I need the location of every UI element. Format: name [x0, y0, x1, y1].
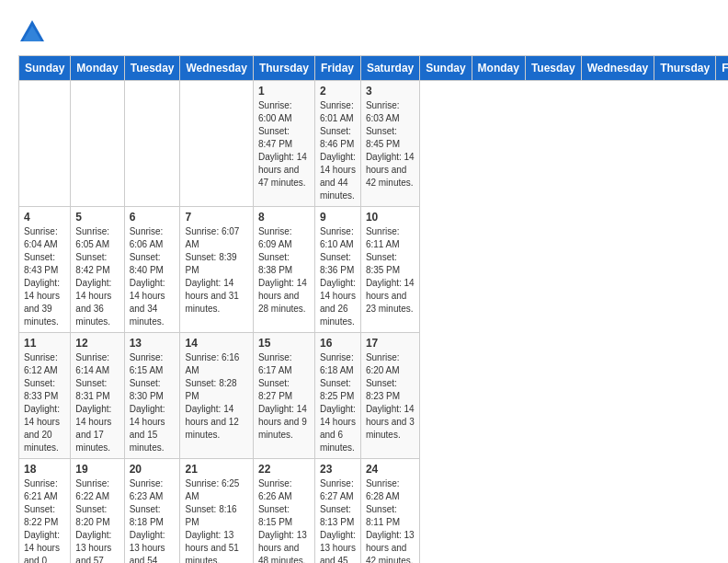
calendar-day-cell — [180, 81, 253, 207]
calendar-day-cell: 16Sunrise: 6:18 AM Sunset: 8:25 PM Dayli… — [314, 333, 360, 459]
day-info: Sunrise: 6:06 AM Sunset: 8:40 PM Dayligh… — [130, 225, 176, 328]
calendar-day-cell: 3Sunrise: 6:03 AM Sunset: 8:45 PM Daylig… — [360, 81, 419, 207]
calendar-day-cell — [19, 81, 71, 207]
calendar-day-cell: 4Sunrise: 6:04 AM Sunset: 8:43 PM Daylig… — [19, 207, 71, 333]
day-number: 12 — [75, 337, 119, 350]
day-of-week-header: Monday — [472, 56, 525, 81]
day-number: 10 — [366, 211, 415, 224]
day-number: 13 — [130, 337, 176, 350]
calendar-day-cell: 24Sunrise: 6:28 AM Sunset: 8:11 PM Dayli… — [360, 459, 419, 564]
day-of-week-header: Saturday — [360, 56, 419, 81]
day-of-week-header: Thursday — [654, 56, 716, 81]
day-info: Sunrise: 6:07 AM Sunset: 8:39 PM Dayligh… — [185, 225, 247, 316]
logo — [18, 18, 50, 46]
day-number: 17 — [366, 337, 415, 350]
calendar-table: SundayMondayTuesdayWednesdayThursdayFrid… — [18, 55, 728, 563]
calendar-day-cell — [124, 81, 180, 207]
day-number: 20 — [130, 463, 176, 476]
calendar-week-row: 4Sunrise: 6:04 AM Sunset: 8:43 PM Daylig… — [19, 207, 729, 333]
day-of-week-header: Friday — [716, 56, 728, 81]
calendar-day-cell: 2Sunrise: 6:01 AM Sunset: 8:46 PM Daylig… — [314, 81, 360, 207]
day-of-week-header: Tuesday — [124, 56, 180, 81]
day-info: Sunrise: 6:22 AM Sunset: 8:20 PM Dayligh… — [75, 477, 119, 563]
day-info: Sunrise: 6:28 AM Sunset: 8:11 PM Dayligh… — [366, 477, 415, 563]
day-number: 2 — [320, 85, 356, 98]
day-info: Sunrise: 6:00 AM Sunset: 8:47 PM Dayligh… — [258, 99, 310, 190]
day-number: 11 — [24, 337, 65, 350]
calendar-day-cell — [71, 81, 124, 207]
day-number: 18 — [24, 463, 65, 476]
day-number: 21 — [185, 463, 247, 476]
day-number: 4 — [24, 211, 65, 224]
day-number: 22 — [258, 463, 310, 476]
day-number: 5 — [75, 211, 119, 224]
day-of-week-header: Friday — [314, 56, 360, 81]
day-info: Sunrise: 6:18 AM Sunset: 8:25 PM Dayligh… — [320, 351, 356, 454]
day-number: 16 — [320, 337, 356, 350]
day-of-week-header: Wednesday — [581, 56, 654, 81]
day-number: 15 — [258, 337, 310, 350]
calendar-day-cell: 23Sunrise: 6:27 AM Sunset: 8:13 PM Dayli… — [314, 459, 360, 564]
calendar-day-cell: 6Sunrise: 6:06 AM Sunset: 8:40 PM Daylig… — [124, 207, 180, 333]
day-info: Sunrise: 6:14 AM Sunset: 8:31 PM Dayligh… — [75, 351, 119, 454]
day-info: Sunrise: 6:25 AM Sunset: 8:16 PM Dayligh… — [185, 477, 247, 563]
day-info: Sunrise: 6:27 AM Sunset: 8:13 PM Dayligh… — [320, 477, 356, 563]
day-number: 19 — [75, 463, 119, 476]
day-number: 3 — [366, 85, 415, 98]
calendar-day-cell: 9Sunrise: 6:10 AM Sunset: 8:36 PM Daylig… — [314, 207, 360, 333]
day-info: Sunrise: 6:21 AM Sunset: 8:22 PM Dayligh… — [24, 477, 65, 563]
day-of-week-header: Sunday — [420, 56, 472, 81]
calendar-week-row: 18Sunrise: 6:21 AM Sunset: 8:22 PM Dayli… — [19, 459, 729, 564]
page-header — [18, 18, 710, 46]
calendar-day-cell: 11Sunrise: 6:12 AM Sunset: 8:33 PM Dayli… — [19, 333, 71, 459]
day-number: 6 — [130, 211, 176, 224]
day-number: 8 — [258, 211, 310, 224]
logo-icon — [18, 18, 46, 46]
day-number: 14 — [185, 337, 247, 350]
calendar-day-cell: 19Sunrise: 6:22 AM Sunset: 8:20 PM Dayli… — [71, 459, 124, 564]
day-info: Sunrise: 6:09 AM Sunset: 8:38 PM Dayligh… — [258, 225, 310, 316]
day-number: 23 — [320, 463, 356, 476]
calendar-header-row: SundayMondayTuesdayWednesdayThursdayFrid… — [19, 56, 729, 81]
calendar-week-row: 11Sunrise: 6:12 AM Sunset: 8:33 PM Dayli… — [19, 333, 729, 459]
calendar-day-cell: 15Sunrise: 6:17 AM Sunset: 8:27 PM Dayli… — [253, 333, 314, 459]
day-info: Sunrise: 6:12 AM Sunset: 8:33 PM Dayligh… — [24, 351, 65, 454]
day-info: Sunrise: 6:10 AM Sunset: 8:36 PM Dayligh… — [320, 225, 356, 328]
day-info: Sunrise: 6:04 AM Sunset: 8:43 PM Dayligh… — [24, 225, 65, 328]
day-info: Sunrise: 6:11 AM Sunset: 8:35 PM Dayligh… — [366, 225, 415, 316]
calendar-day-cell: 20Sunrise: 6:23 AM Sunset: 8:18 PM Dayli… — [124, 459, 180, 564]
day-of-week-header: Wednesday — [180, 56, 253, 81]
day-of-week-header: Sunday — [19, 56, 71, 81]
day-number: 7 — [185, 211, 247, 224]
calendar-day-cell: 12Sunrise: 6:14 AM Sunset: 8:31 PM Dayli… — [71, 333, 124, 459]
day-info: Sunrise: 6:17 AM Sunset: 8:27 PM Dayligh… — [258, 351, 310, 442]
day-of-week-header: Monday — [71, 56, 124, 81]
day-info: Sunrise: 6:15 AM Sunset: 8:30 PM Dayligh… — [130, 351, 176, 454]
day-info: Sunrise: 6:05 AM Sunset: 8:42 PM Dayligh… — [75, 225, 119, 328]
calendar-day-cell: 5Sunrise: 6:05 AM Sunset: 8:42 PM Daylig… — [71, 207, 124, 333]
day-info: Sunrise: 6:03 AM Sunset: 8:45 PM Dayligh… — [366, 99, 415, 190]
calendar-week-row: 1Sunrise: 6:00 AM Sunset: 8:47 PM Daylig… — [19, 81, 729, 207]
day-info: Sunrise: 6:23 AM Sunset: 8:18 PM Dayligh… — [130, 477, 176, 563]
day-info: Sunrise: 6:20 AM Sunset: 8:23 PM Dayligh… — [366, 351, 415, 442]
calendar-day-cell: 1Sunrise: 6:00 AM Sunset: 8:47 PM Daylig… — [253, 81, 314, 207]
day-info: Sunrise: 6:16 AM Sunset: 8:28 PM Dayligh… — [185, 351, 247, 442]
calendar-day-cell: 10Sunrise: 6:11 AM Sunset: 8:35 PM Dayli… — [360, 207, 419, 333]
day-number: 1 — [258, 85, 310, 98]
calendar-day-cell: 22Sunrise: 6:26 AM Sunset: 8:15 PM Dayli… — [253, 459, 314, 564]
calendar-day-cell: 13Sunrise: 6:15 AM Sunset: 8:30 PM Dayli… — [124, 333, 180, 459]
calendar-day-cell: 21Sunrise: 6:25 AM Sunset: 8:16 PM Dayli… — [180, 459, 253, 564]
day-number: 24 — [366, 463, 415, 476]
day-number: 9 — [320, 211, 356, 224]
calendar-day-cell: 14Sunrise: 6:16 AM Sunset: 8:28 PM Dayli… — [180, 333, 253, 459]
calendar-day-cell: 7Sunrise: 6:07 AM Sunset: 8:39 PM Daylig… — [180, 207, 253, 333]
day-info: Sunrise: 6:01 AM Sunset: 8:46 PM Dayligh… — [320, 99, 356, 202]
calendar-day-cell: 18Sunrise: 6:21 AM Sunset: 8:22 PM Dayli… — [19, 459, 71, 564]
day-info: Sunrise: 6:26 AM Sunset: 8:15 PM Dayligh… — [258, 477, 310, 563]
day-of-week-header: Thursday — [253, 56, 314, 81]
calendar-day-cell: 17Sunrise: 6:20 AM Sunset: 8:23 PM Dayli… — [360, 333, 419, 459]
day-of-week-header: Tuesday — [525, 56, 581, 81]
calendar-day-cell: 8Sunrise: 6:09 AM Sunset: 8:38 PM Daylig… — [253, 207, 314, 333]
